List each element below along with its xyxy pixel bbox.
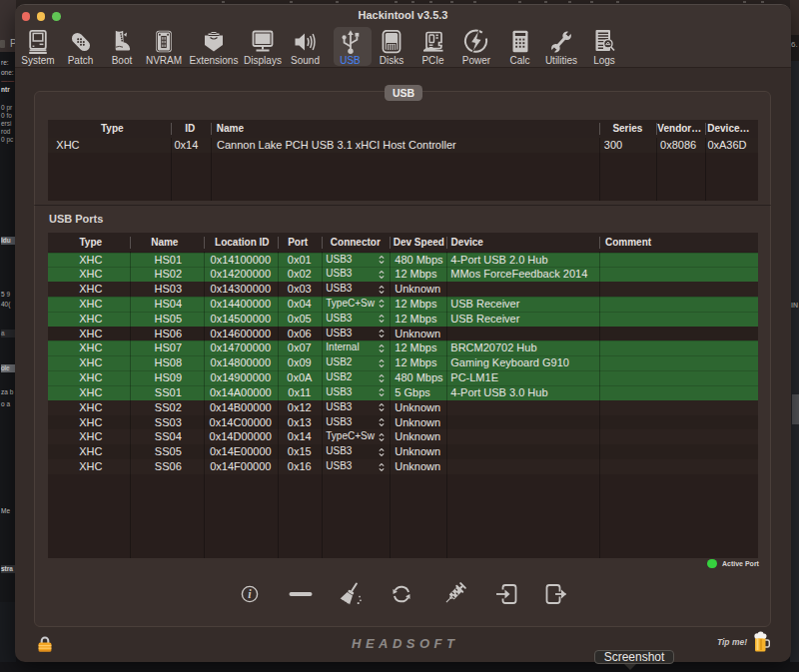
svg-text:i: i [248, 587, 252, 601]
